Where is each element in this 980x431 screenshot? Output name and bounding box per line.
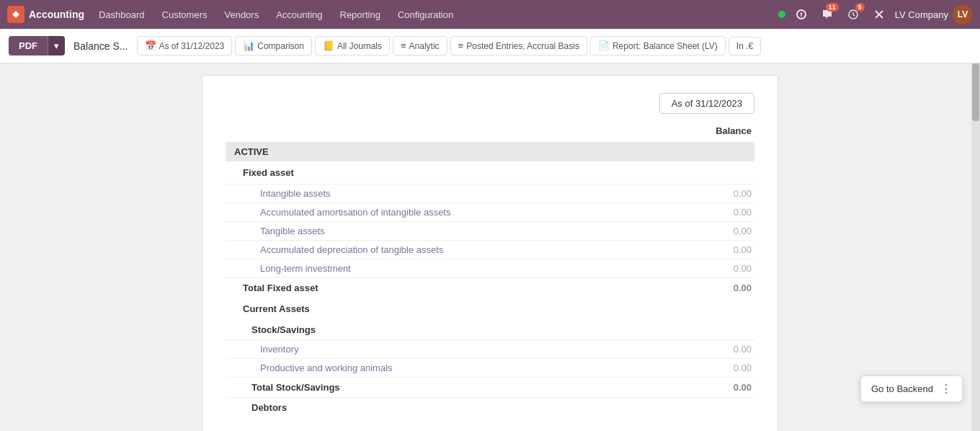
pdf-dropdown-button[interactable]: ▾ bbox=[48, 36, 65, 55]
date-filter-button[interactable]: 📅 As of 31/12/2023 bbox=[137, 36, 233, 55]
more-options-icon[interactable]: ⋮ bbox=[940, 382, 952, 396]
pdf-button[interactable]: PDF bbox=[9, 36, 48, 55]
row-value: 0.00 bbox=[668, 244, 754, 255]
app-logo[interactable]: Accounting bbox=[7, 6, 84, 23]
calendar-icon: 📅 bbox=[145, 40, 156, 51]
row-accumulated-amortisation[interactable]: Accumulated amortisation of intangible a… bbox=[226, 203, 754, 221]
go-to-backend-button[interactable]: Go to Backend ⋮ bbox=[860, 376, 963, 402]
row-label: Long-term investment bbox=[226, 263, 668, 274]
total-label: Total Fixed asset bbox=[226, 283, 668, 293]
svg-point-0 bbox=[14, 13, 17, 16]
messages-icon[interactable]: 11 bbox=[817, 4, 837, 25]
report-filter-button[interactable]: 📄 Report: Balance Sheet (LV) bbox=[590, 36, 726, 55]
scrollbar-thumb[interactable] bbox=[972, 63, 979, 121]
date-badge: As of 31/12/2023 bbox=[659, 93, 754, 114]
row-value: 0.00 bbox=[668, 207, 754, 218]
journal-icon: 📒 bbox=[323, 40, 334, 51]
clock-badge: 5 bbox=[855, 3, 865, 12]
status-dot bbox=[778, 11, 785, 18]
row-label: Productive and working animals bbox=[226, 363, 668, 373]
clock-icon[interactable]: 5 bbox=[843, 4, 863, 25]
row-inventory[interactable]: Inventory 0.00 bbox=[226, 339, 754, 358]
scrollbar[interactable] bbox=[971, 63, 980, 431]
go-to-backend-label: Go to Backend bbox=[871, 383, 933, 394]
nav-dashboard[interactable]: Dashboard bbox=[92, 5, 152, 25]
chart-icon: 📊 bbox=[243, 40, 254, 51]
column-headers: Balance bbox=[226, 125, 754, 136]
total-fixed-asset-row[interactable]: Total Fixed asset 0.00 bbox=[226, 277, 754, 298]
row-productive-animals[interactable]: Productive and working animals 0.00 bbox=[226, 358, 754, 377]
nav-accounting[interactable]: Accounting bbox=[269, 5, 329, 25]
row-value: 0.00 bbox=[668, 188, 754, 199]
balance-col-header: Balance bbox=[668, 125, 754, 136]
row-long-term-investment[interactable]: Long-term investment 0.00 bbox=[226, 259, 754, 277]
topnav-right-section: 11 5 LV Company LV bbox=[778, 4, 973, 25]
entries-icon: ≡ bbox=[458, 40, 464, 51]
total-label: Total Stock/Savings bbox=[226, 382, 668, 393]
total-stock-row[interactable]: Total Stock/Savings 0.00 bbox=[226, 377, 754, 397]
row-value: 0.00 bbox=[668, 363, 754, 373]
analytic-filter-button[interactable]: ≡ Analytic bbox=[393, 36, 447, 55]
nav-vendors[interactable]: Vendors bbox=[217, 5, 266, 25]
date-filter-label: As of 31/12/2023 bbox=[159, 41, 225, 51]
nav-reporting[interactable]: Reporting bbox=[333, 5, 388, 25]
row-value: 0.00 bbox=[668, 344, 754, 355]
support-icon[interactable] bbox=[791, 4, 811, 25]
section-active: ACTIVE bbox=[226, 142, 754, 161]
row-label: Accumulated amortisation of intangible a… bbox=[226, 207, 668, 218]
comparison-label: Comparison bbox=[257, 41, 304, 51]
svg-rect-1 bbox=[801, 12, 802, 15]
report-container: As of 31/12/2023 Balance ACTIVE Fixed as… bbox=[202, 75, 778, 431]
nav-configuration[interactable]: Configuration bbox=[391, 5, 460, 25]
total-value: 0.00 bbox=[668, 382, 754, 393]
app-name: Accounting bbox=[29, 9, 84, 20]
pdf-button-group: PDF ▾ bbox=[9, 36, 65, 55]
toolbar: PDF ▾ Balance S... 📅 As of 31/12/2023 📊 … bbox=[0, 29, 980, 63]
avatar: LV bbox=[953, 4, 973, 25]
analytic-label: Analytic bbox=[409, 41, 440, 51]
currency-filter-button[interactable]: In .€ bbox=[729, 37, 761, 55]
report-icon: 📄 bbox=[598, 40, 610, 51]
row-label: Accumulated depreciation of tangible ass… bbox=[226, 244, 668, 255]
page-title: Balance S... bbox=[74, 40, 128, 52]
journals-filter-button[interactable]: 📒 All Journals bbox=[315, 36, 390, 55]
nav-customers[interactable]: Customers bbox=[155, 5, 215, 25]
row-label: Inventory bbox=[226, 344, 668, 355]
row-intangible-assets[interactable]: Intangible assets 0.00 bbox=[226, 184, 754, 203]
debtors-row[interactable]: Debtors bbox=[226, 397, 754, 419]
top-navigation: Accounting Dashboard Customers Vendors A… bbox=[0, 0, 980, 29]
comparison-filter-button[interactable]: 📊 Comparison bbox=[235, 36, 312, 55]
analytic-icon: ≡ bbox=[401, 40, 406, 51]
entries-label: Posted Entries, Accrual Basis bbox=[466, 41, 579, 51]
currency-label: In .€ bbox=[736, 41, 753, 51]
sub-subsection-stock: Stock/Savings bbox=[226, 320, 754, 339]
logo-icon bbox=[7, 6, 24, 23]
journals-label: All Journals bbox=[337, 41, 382, 51]
row-value: 0.00 bbox=[668, 226, 754, 236]
company-selector[interactable]: LV Company LV bbox=[895, 4, 973, 25]
report-header: As of 31/12/2023 bbox=[226, 93, 754, 114]
report-label: Report: Balance Sheet (LV) bbox=[612, 41, 718, 51]
subsection-fixed-asset: Fixed asset bbox=[226, 161, 754, 184]
subsection-current-assets: Current Assets bbox=[226, 298, 754, 320]
row-label: Tangible assets bbox=[226, 226, 668, 236]
total-value: 0.00 bbox=[668, 283, 754, 293]
row-value: 0.00 bbox=[668, 263, 754, 274]
company-name: LV Company bbox=[895, 9, 948, 20]
messages-badge: 11 bbox=[826, 3, 839, 12]
main-content: As of 31/12/2023 Balance ACTIVE Fixed as… bbox=[0, 63, 980, 431]
row-tangible-assets[interactable]: Tangible assets 0.00 bbox=[226, 221, 754, 240]
entries-filter-button[interactable]: ≡ Posted Entries, Accrual Basis bbox=[450, 36, 587, 55]
close-icon[interactable] bbox=[869, 4, 889, 25]
row-accumulated-depreciation[interactable]: Accumulated depreciation of tangible ass… bbox=[226, 240, 754, 259]
row-label: Intangible assets bbox=[226, 188, 668, 199]
